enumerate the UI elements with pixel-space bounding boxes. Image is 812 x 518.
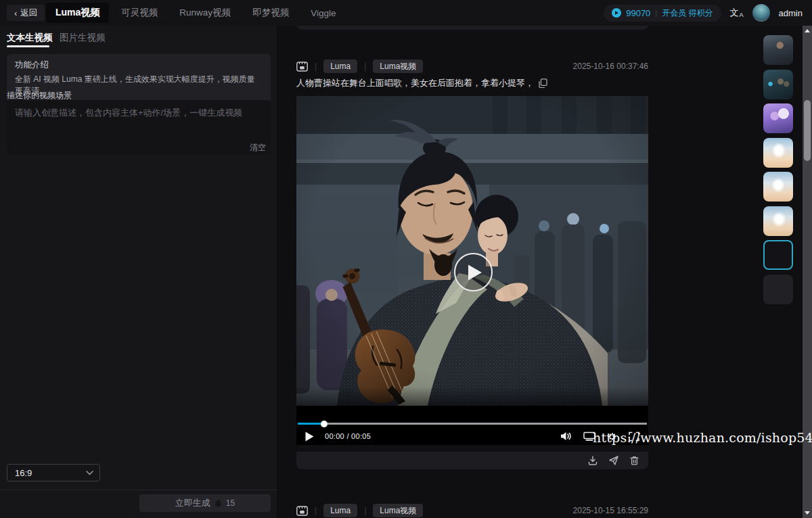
progress-bar[interactable] xyxy=(298,423,647,425)
video-type-icon xyxy=(296,62,308,72)
card-header: | Luma | Luma视频 2025-10-15 16:55:29 xyxy=(296,503,648,518)
description-row: 人物曹操站在舞台上面唱歌，美女在后面抱着，拿着小提琴， xyxy=(296,77,648,89)
chevron-down-icon xyxy=(86,471,93,475)
points-pill[interactable]: 99070 | 开会员 得积分 xyxy=(604,5,721,22)
tab-text-to-video[interactable]: 文本生视频 xyxy=(7,32,53,44)
points-value: 99070 xyxy=(626,8,650,18)
avatar[interactable] xyxy=(752,4,770,22)
thumb-purple-fantasy[interactable] xyxy=(763,103,793,133)
scrollbar-down-arrow[interactable] xyxy=(805,511,810,515)
aspect-ratio-value: 16:9 xyxy=(15,468,32,478)
thumb-empty[interactable] xyxy=(763,275,793,304)
play-overlay-button[interactable] xyxy=(454,253,493,291)
translate-icon[interactable]: 文A xyxy=(730,8,744,18)
back-chevron-icon: ‹ xyxy=(14,9,17,18)
time-display: 00:00 / 00:05 xyxy=(325,432,371,440)
nav-tabs: Luma视频 可灵视频 Runway视频 即梦视频 Viggle xyxy=(45,0,346,26)
type-badge: Luma视频 xyxy=(373,504,423,517)
coin-icon xyxy=(612,8,621,18)
header-separator: | xyxy=(315,506,317,515)
pill-separator: | xyxy=(655,9,657,17)
watermark-text: https://www.huzhan.com/ishop54043 xyxy=(593,430,812,445)
active-tab-underline xyxy=(7,45,49,47)
back-label: 返回 xyxy=(20,7,37,19)
generate-cost: 15 xyxy=(226,498,235,508)
share-icon[interactable] xyxy=(609,456,618,465)
scrollbar-up-arrow[interactable] xyxy=(805,29,810,32)
volume-icon[interactable] xyxy=(560,431,572,441)
delete-icon[interactable] xyxy=(630,456,639,465)
header-separator: | xyxy=(315,62,317,71)
type-badge: Luma视频 xyxy=(373,60,423,73)
prompt-input[interactable] xyxy=(7,100,271,154)
intro-title: 功能介绍 xyxy=(15,60,263,71)
left-panel: 文本生视频 图片生视频 功能介绍 全新 AI 视频 Luma 重磅上线，生成效果… xyxy=(0,26,277,518)
scrollbar-thumb[interactable] xyxy=(804,100,811,161)
source-badge: Luma xyxy=(323,504,357,517)
generate-label: 立即生成 xyxy=(175,497,210,509)
thumb-white-dress-2[interactable] xyxy=(763,172,793,202)
play-button[interactable] xyxy=(305,431,314,442)
copy-icon[interactable] xyxy=(539,78,547,88)
thumb-man-portrait[interactable] xyxy=(763,35,793,65)
generate-button[interactable]: 立即生成 15 xyxy=(139,494,271,512)
nav-tab-keling[interactable]: 可灵视频 xyxy=(110,0,168,26)
video-player: 00:00 / 00:05 xyxy=(296,96,648,445)
thumb-white-dress-3[interactable] xyxy=(763,206,793,236)
flame-icon xyxy=(215,499,222,508)
nav-tab-runway[interactable]: Runway视频 xyxy=(168,0,242,26)
video-type-icon xyxy=(296,506,308,516)
card-header: | Luma | Luma视频 2025-10-16 00:37:46 xyxy=(296,59,648,74)
nav-tab-viggle[interactable]: Viggle xyxy=(300,0,346,26)
timestamp: 2025-10-15 16:55:29 xyxy=(573,506,648,515)
source-badge: Luma xyxy=(323,60,357,73)
membership-link[interactable]: 开会员 得积分 xyxy=(662,7,713,19)
thumb-white-dress-1[interactable] xyxy=(763,138,793,168)
back-button[interactable]: ‹ 返回 xyxy=(7,5,45,21)
download-icon[interactable] xyxy=(588,456,597,465)
thumb-selected-empty[interactable] xyxy=(763,240,793,270)
header-separator: | xyxy=(364,62,366,71)
progress-fill xyxy=(298,423,324,425)
video-frame xyxy=(296,96,648,406)
nav-tab-luma[interactable]: Luma视频 xyxy=(46,3,109,23)
aspect-ratio-select[interactable]: 16:9 xyxy=(7,464,100,481)
top-nav: ‹ 返回 Luma视频 可灵视频 Runway视频 即梦视频 Viggle 99… xyxy=(0,0,812,26)
username: admin xyxy=(779,8,803,18)
tab-image-to-video[interactable]: 图片生视频 xyxy=(60,32,106,44)
nav-tab-jimeng[interactable]: 即梦视频 xyxy=(242,0,300,26)
thumb-group-scene[interactable] xyxy=(763,70,793,99)
prompt-description: 人物曹操站在舞台上面唱歌，美女在后面抱着，拿着小提琴， xyxy=(296,77,534,89)
clear-button[interactable]: 清空 xyxy=(250,142,266,154)
nav-right-cluster: 99070 | 开会员 得积分 文A admin xyxy=(604,0,803,26)
panel-divider xyxy=(0,490,277,490)
header-separator: | xyxy=(364,506,366,515)
timestamp: 2025-10-16 00:37:46 xyxy=(573,62,648,71)
progress-thumb[interactable] xyxy=(321,421,328,427)
card-action-bar xyxy=(296,452,648,469)
